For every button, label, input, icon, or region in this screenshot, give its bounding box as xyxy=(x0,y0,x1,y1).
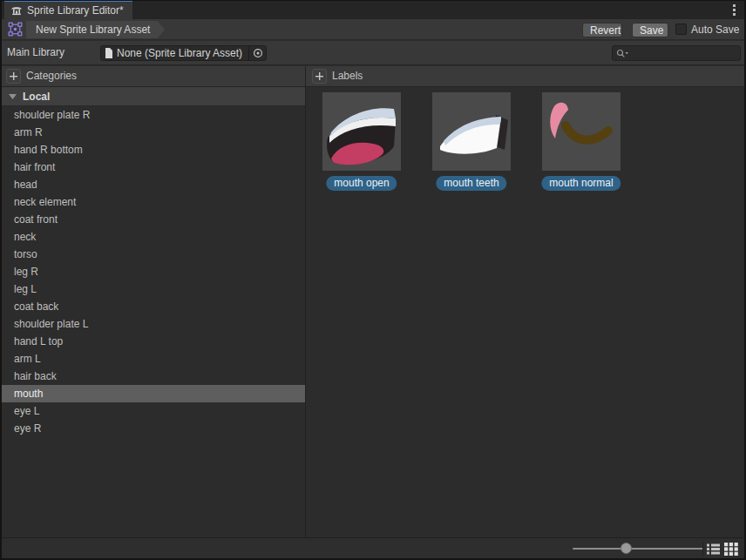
category-item-label: mouth xyxy=(14,388,43,400)
category-item-label: hand L top xyxy=(14,335,63,347)
auto-save-checkbox[interactable] xyxy=(675,24,687,35)
category-item[interactable]: eye L xyxy=(0,402,305,420)
category-item-label: shoulder plate R xyxy=(14,109,90,121)
category-item[interactable]: neck element xyxy=(0,193,305,211)
grid-view-button[interactable] xyxy=(723,542,739,557)
foldout-triangle-icon xyxy=(9,94,17,99)
category-item[interactable]: eye R xyxy=(0,420,305,437)
panel-divider xyxy=(305,66,306,537)
category-item[interactable]: leg L xyxy=(0,280,305,298)
category-item[interactable]: torso xyxy=(0,246,305,263)
open-mouth-sprite xyxy=(322,92,401,171)
list-view-icon xyxy=(707,543,720,555)
category-item[interactable]: shoulder plate L xyxy=(0,315,305,333)
teeth-sprite xyxy=(432,92,511,171)
thumbnail-size-slider[interactable] xyxy=(573,548,703,550)
sprite-thumbnail xyxy=(432,92,511,171)
labels-header: Labels xyxy=(306,66,746,87)
category-item-label: shoulder plate L xyxy=(14,318,88,330)
category-item-label: torso xyxy=(14,248,37,260)
main-library-label: Main Library xyxy=(7,41,64,64)
search-input[interactable] xyxy=(629,47,740,59)
labels-header-title: Labels xyxy=(332,66,363,86)
labels-panel: mouth open mouth teeth mouth normal xyxy=(306,87,746,537)
grid-view-icon xyxy=(724,543,738,556)
category-item-label: arm L xyxy=(14,353,41,365)
slider-knob[interactable] xyxy=(621,543,632,554)
kebab-menu-icon xyxy=(733,4,736,7)
save-button[interactable]: Save xyxy=(632,23,668,37)
main-library-row: Main Library None (Sprite Library Asset) xyxy=(0,41,746,65)
revert-button[interactable]: Revert xyxy=(582,23,622,37)
categories-panel: Local shoulder plate Rarm Rhand R bottom… xyxy=(0,87,305,537)
category-item[interactable]: shoulder plate R xyxy=(0,106,305,124)
search-icon xyxy=(616,49,629,58)
category-group-label: Local xyxy=(23,91,50,103)
category-item-label: eye L xyxy=(14,405,39,417)
list-view-button[interactable] xyxy=(705,542,721,557)
category-item-label: neck xyxy=(14,231,36,243)
view-toggle-divider xyxy=(702,542,703,557)
plus-icon xyxy=(10,72,17,80)
category-item[interactable]: arm L xyxy=(0,350,305,368)
category-item-label: arm R xyxy=(14,126,43,138)
label-item[interactable]: mouth teeth xyxy=(432,92,511,171)
toolbar: New Sprite Library Asset Revert Save Aut… xyxy=(0,19,746,40)
label-item[interactable]: mouth open xyxy=(322,92,401,171)
asset-file-icon xyxy=(105,48,113,58)
categories-header-title: Categories xyxy=(26,66,77,86)
category-item[interactable]: coat front xyxy=(0,211,305,228)
object-field-value: None (Sprite Library Asset) xyxy=(117,47,248,59)
category-item-label: hair front xyxy=(14,161,55,173)
sprite-library-asset-icon xyxy=(8,22,23,39)
main-library-object-field[interactable]: None (Sprite Library Asset) xyxy=(100,45,267,61)
category-item-label: hair back xyxy=(14,370,57,382)
label-item[interactable]: mouth normal xyxy=(542,92,621,171)
sprite-library-editor-window: Sprite Library Editor* New Sprite Librar… xyxy=(0,0,746,560)
category-item-label: coat front xyxy=(14,213,58,226)
category-item[interactable]: hand R bottom xyxy=(0,141,305,159)
window-border xyxy=(0,0,746,1)
bottom-bar xyxy=(0,537,746,560)
category-item[interactable]: neck xyxy=(0,228,305,246)
sprite-thumbnail xyxy=(322,92,401,171)
label-name-badge: mouth normal xyxy=(541,176,621,191)
category-item[interactable]: hand L top xyxy=(0,333,305,350)
search-field xyxy=(612,45,741,61)
smile-line-sprite xyxy=(542,92,621,171)
category-item-label: leg L xyxy=(14,283,37,295)
sprite-library-window-icon xyxy=(10,4,23,17)
plus-icon xyxy=(315,72,323,80)
category-item-label: coat back xyxy=(14,300,58,313)
auto-save-label: Auto Save xyxy=(691,19,739,40)
window-menu-button[interactable] xyxy=(727,2,741,17)
tab-bar: Sprite Library Editor* xyxy=(0,0,746,19)
categories-header: Categories xyxy=(0,66,305,87)
category-item-label: hand R bottom xyxy=(14,144,83,156)
label-name-badge: mouth teeth xyxy=(436,176,506,191)
label-name-badge: mouth open xyxy=(326,176,397,191)
tab-title: Sprite Library Editor* xyxy=(27,4,124,17)
category-item[interactable]: coat back xyxy=(0,298,305,315)
category-item[interactable]: arm R xyxy=(0,124,305,141)
add-category-button[interactable] xyxy=(6,69,21,84)
category-item-label: leg R xyxy=(14,266,38,278)
target-picker-icon xyxy=(253,48,263,58)
category-list: shoulder plate Rarm Rhand R bottomhair f… xyxy=(0,106,305,437)
sprite-thumbnail xyxy=(542,92,621,171)
category-item[interactable]: head xyxy=(0,176,305,193)
category-item[interactable]: hair back xyxy=(0,368,305,385)
tab-sprite-library-editor[interactable]: Sprite Library Editor* xyxy=(4,0,132,19)
category-item-label: neck element xyxy=(14,196,76,208)
category-group-local[interactable]: Local xyxy=(0,87,305,106)
category-item[interactable]: leg R xyxy=(0,263,305,280)
category-item[interactable]: mouth xyxy=(0,385,305,402)
object-picker-button[interactable] xyxy=(248,46,266,60)
window-border xyxy=(0,0,2,560)
category-item-label: head xyxy=(14,179,37,191)
add-label-button[interactable] xyxy=(312,69,327,84)
breadcrumb-new-sprite-library-asset[interactable]: New Sprite Library Asset xyxy=(26,21,165,38)
category-item[interactable]: hair front xyxy=(0,159,305,176)
category-item-label: eye R xyxy=(14,422,41,435)
